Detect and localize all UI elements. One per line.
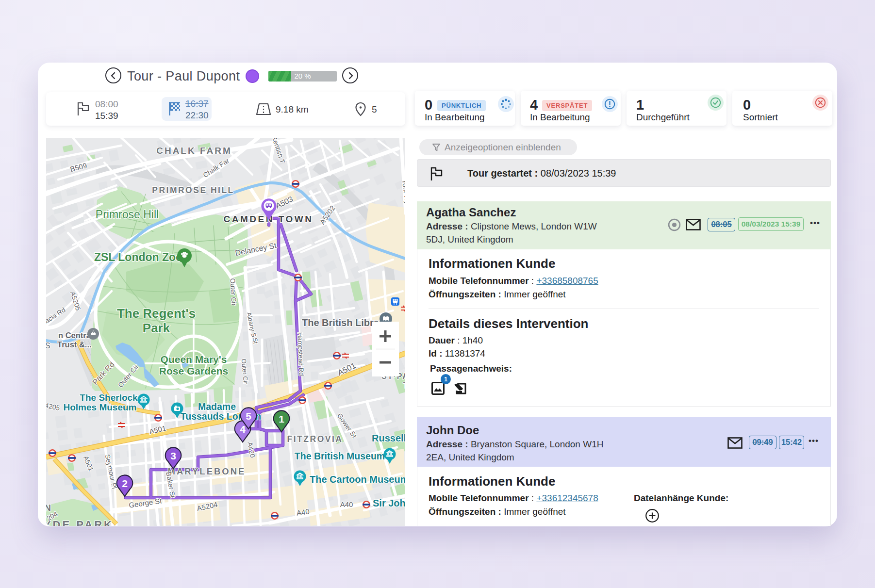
svg-text:Russell S: Russell S: [372, 433, 405, 443]
svg-text:The British Librar: The British Librar: [302, 317, 383, 328]
svg-text:Queen Mary's: Queen Mary's: [161, 354, 227, 365]
svg-text:Trust &...: Trust &...: [57, 340, 92, 349]
svg-text:FITZROVIA: FITZROVIA: [287, 434, 343, 444]
svg-text:Holmes Museum: Holmes Museum: [64, 402, 137, 412]
svg-text:1: 1: [279, 413, 284, 425]
svg-text:T: T: [403, 381, 405, 390]
svg-text:Outer Cir: Outer Cir: [229, 278, 238, 306]
svg-text:Madame: Madame: [198, 401, 236, 412]
svg-text:5: 5: [246, 410, 251, 422]
svg-text:HYDE PARK: HYDE PARK: [46, 519, 114, 526]
svg-text:The Sherlock: The Sherlock: [80, 392, 138, 403]
svg-text:MARYLEBONE: MARYLEBONE: [168, 466, 246, 476]
svg-text:CHALK FARM: CHALK FARM: [156, 146, 232, 156]
svg-text:N: N: [46, 503, 51, 513]
svg-text:Rose Gardens: Rose Gardens: [159, 365, 228, 376]
svg-text:Hampstead Rd: Hampstead Rd: [296, 332, 305, 376]
svg-text:The Regent's: The Regent's: [117, 306, 196, 321]
svg-text:The British Museum: The British Museum: [295, 451, 385, 461]
svg-text:PRIMROSE HILL: PRIMROSE HILL: [152, 185, 234, 195]
svg-text:A40: A40: [340, 500, 353, 508]
svg-text:3: 3: [170, 450, 176, 461]
svg-text:The Cartoon Museum: The Cartoon Museum: [310, 474, 405, 485]
svg-text:4: 4: [240, 424, 246, 435]
svg-text:S: S: [46, 342, 50, 350]
svg-text:Primrose Hill: Primrose Hill: [96, 208, 159, 221]
svg-text:Park: Park: [143, 321, 170, 335]
svg-text:ZSL London Zoo: ZSL London Zoo: [94, 251, 182, 263]
svg-text:2: 2: [122, 478, 128, 489]
svg-text:Sir John: Sir John: [373, 498, 405, 508]
